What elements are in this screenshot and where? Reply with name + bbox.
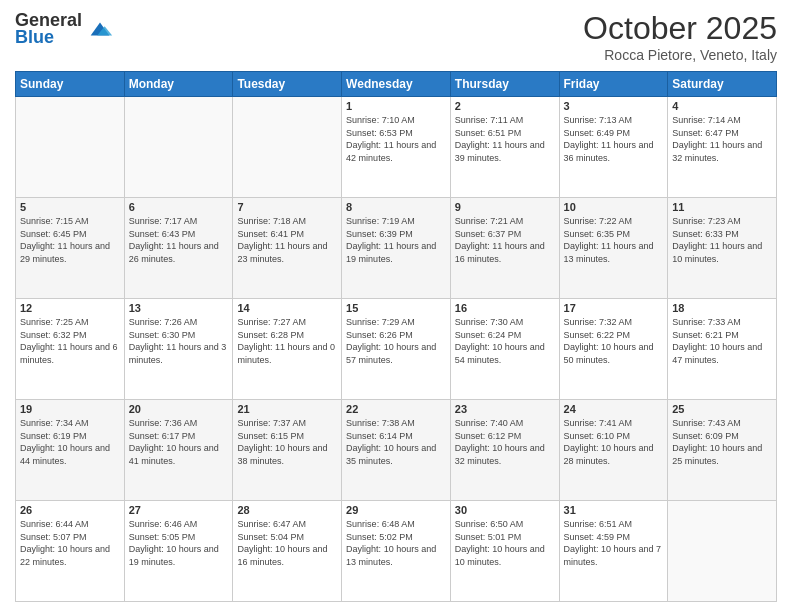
calendar-cell: 18Sunrise: 7:33 AMSunset: 6:21 PMDayligh…	[668, 299, 777, 400]
day-number: 9	[455, 201, 555, 213]
calendar-cell: 30Sunrise: 6:50 AMSunset: 5:01 PMDayligh…	[450, 501, 559, 602]
day-number: 23	[455, 403, 555, 415]
calendar-cell: 9Sunrise: 7:21 AMSunset: 6:37 PMDaylight…	[450, 198, 559, 299]
day-detail: Sunrise: 7:25 AMSunset: 6:32 PMDaylight:…	[20, 316, 120, 366]
calendar-cell: 29Sunrise: 6:48 AMSunset: 5:02 PMDayligh…	[342, 501, 451, 602]
header-monday: Monday	[124, 72, 233, 97]
calendar-cell: 12Sunrise: 7:25 AMSunset: 6:32 PMDayligh…	[16, 299, 125, 400]
day-number: 3	[564, 100, 664, 112]
calendar-cell: 14Sunrise: 7:27 AMSunset: 6:28 PMDayligh…	[233, 299, 342, 400]
day-detail: Sunrise: 7:38 AMSunset: 6:14 PMDaylight:…	[346, 417, 446, 467]
calendar-week-row: 5Sunrise: 7:15 AMSunset: 6:45 PMDaylight…	[16, 198, 777, 299]
day-number: 2	[455, 100, 555, 112]
calendar-cell: 25Sunrise: 7:43 AMSunset: 6:09 PMDayligh…	[668, 400, 777, 501]
day-number: 12	[20, 302, 120, 314]
day-number: 21	[237, 403, 337, 415]
day-number: 28	[237, 504, 337, 516]
day-number: 18	[672, 302, 772, 314]
day-number: 29	[346, 504, 446, 516]
day-detail: Sunrise: 7:36 AMSunset: 6:17 PMDaylight:…	[129, 417, 229, 467]
day-detail: Sunrise: 7:41 AMSunset: 6:10 PMDaylight:…	[564, 417, 664, 467]
day-number: 24	[564, 403, 664, 415]
day-detail: Sunrise: 7:37 AMSunset: 6:15 PMDaylight:…	[237, 417, 337, 467]
calendar-cell	[124, 97, 233, 198]
title-block: October 2025 Rocca Pietore, Veneto, Ital…	[583, 10, 777, 63]
header-tuesday: Tuesday	[233, 72, 342, 97]
calendar-cell: 20Sunrise: 7:36 AMSunset: 6:17 PMDayligh…	[124, 400, 233, 501]
day-number: 14	[237, 302, 337, 314]
day-detail: Sunrise: 7:40 AMSunset: 6:12 PMDaylight:…	[455, 417, 555, 467]
day-number: 17	[564, 302, 664, 314]
day-number: 26	[20, 504, 120, 516]
day-detail: Sunrise: 6:47 AMSunset: 5:04 PMDaylight:…	[237, 518, 337, 568]
day-number: 13	[129, 302, 229, 314]
day-detail: Sunrise: 7:14 AMSunset: 6:47 PMDaylight:…	[672, 114, 772, 164]
header-saturday: Saturday	[668, 72, 777, 97]
calendar-cell: 26Sunrise: 6:44 AMSunset: 5:07 PMDayligh…	[16, 501, 125, 602]
day-detail: Sunrise: 7:32 AMSunset: 6:22 PMDaylight:…	[564, 316, 664, 366]
calendar-cell: 28Sunrise: 6:47 AMSunset: 5:04 PMDayligh…	[233, 501, 342, 602]
day-detail: Sunrise: 6:51 AMSunset: 4:59 PMDaylight:…	[564, 518, 664, 568]
calendar-week-row: 26Sunrise: 6:44 AMSunset: 5:07 PMDayligh…	[16, 501, 777, 602]
calendar-cell: 2Sunrise: 7:11 AMSunset: 6:51 PMDaylight…	[450, 97, 559, 198]
calendar-cell: 8Sunrise: 7:19 AMSunset: 6:39 PMDaylight…	[342, 198, 451, 299]
calendar-header-row: Sunday Monday Tuesday Wednesday Thursday…	[16, 72, 777, 97]
day-detail: Sunrise: 7:23 AMSunset: 6:33 PMDaylight:…	[672, 215, 772, 265]
day-number: 7	[237, 201, 337, 213]
header-wednesday: Wednesday	[342, 72, 451, 97]
day-detail: Sunrise: 7:18 AMSunset: 6:41 PMDaylight:…	[237, 215, 337, 265]
calendar-cell: 15Sunrise: 7:29 AMSunset: 6:26 PMDayligh…	[342, 299, 451, 400]
day-detail: Sunrise: 6:48 AMSunset: 5:02 PMDaylight:…	[346, 518, 446, 568]
calendar-cell: 11Sunrise: 7:23 AMSunset: 6:33 PMDayligh…	[668, 198, 777, 299]
day-detail: Sunrise: 7:15 AMSunset: 6:45 PMDaylight:…	[20, 215, 120, 265]
calendar-cell: 5Sunrise: 7:15 AMSunset: 6:45 PMDaylight…	[16, 198, 125, 299]
calendar-cell: 17Sunrise: 7:32 AMSunset: 6:22 PMDayligh…	[559, 299, 668, 400]
day-detail: Sunrise: 7:21 AMSunset: 6:37 PMDaylight:…	[455, 215, 555, 265]
header-sunday: Sunday	[16, 72, 125, 97]
calendar-week-row: 19Sunrise: 7:34 AMSunset: 6:19 PMDayligh…	[16, 400, 777, 501]
calendar-week-row: 1Sunrise: 7:10 AMSunset: 6:53 PMDaylight…	[16, 97, 777, 198]
day-detail: Sunrise: 6:44 AMSunset: 5:07 PMDaylight:…	[20, 518, 120, 568]
calendar-cell: 23Sunrise: 7:40 AMSunset: 6:12 PMDayligh…	[450, 400, 559, 501]
day-detail: Sunrise: 6:46 AMSunset: 5:05 PMDaylight:…	[129, 518, 229, 568]
calendar-cell: 16Sunrise: 7:30 AMSunset: 6:24 PMDayligh…	[450, 299, 559, 400]
day-number: 22	[346, 403, 446, 415]
day-number: 19	[20, 403, 120, 415]
day-detail: Sunrise: 7:26 AMSunset: 6:30 PMDaylight:…	[129, 316, 229, 366]
day-number: 8	[346, 201, 446, 213]
calendar-cell: 4Sunrise: 7:14 AMSunset: 6:47 PMDaylight…	[668, 97, 777, 198]
day-number: 30	[455, 504, 555, 516]
day-detail: Sunrise: 7:19 AMSunset: 6:39 PMDaylight:…	[346, 215, 446, 265]
logo-icon	[86, 15, 114, 43]
calendar-week-row: 12Sunrise: 7:25 AMSunset: 6:32 PMDayligh…	[16, 299, 777, 400]
day-detail: Sunrise: 7:22 AMSunset: 6:35 PMDaylight:…	[564, 215, 664, 265]
calendar-cell	[668, 501, 777, 602]
day-number: 16	[455, 302, 555, 314]
day-number: 20	[129, 403, 229, 415]
location-subtitle: Rocca Pietore, Veneto, Italy	[583, 47, 777, 63]
calendar-cell	[233, 97, 342, 198]
header-thursday: Thursday	[450, 72, 559, 97]
day-number: 25	[672, 403, 772, 415]
calendar-cell: 1Sunrise: 7:10 AMSunset: 6:53 PMDaylight…	[342, 97, 451, 198]
day-number: 5	[20, 201, 120, 213]
calendar-table: Sunday Monday Tuesday Wednesday Thursday…	[15, 71, 777, 602]
calendar-cell: 22Sunrise: 7:38 AMSunset: 6:14 PMDayligh…	[342, 400, 451, 501]
day-detail: Sunrise: 7:27 AMSunset: 6:28 PMDaylight:…	[237, 316, 337, 366]
calendar-cell: 31Sunrise: 6:51 AMSunset: 4:59 PMDayligh…	[559, 501, 668, 602]
header-friday: Friday	[559, 72, 668, 97]
day-detail: Sunrise: 7:43 AMSunset: 6:09 PMDaylight:…	[672, 417, 772, 467]
day-detail: Sunrise: 7:29 AMSunset: 6:26 PMDaylight:…	[346, 316, 446, 366]
day-number: 10	[564, 201, 664, 213]
calendar-cell: 7Sunrise: 7:18 AMSunset: 6:41 PMDaylight…	[233, 198, 342, 299]
calendar-cell: 24Sunrise: 7:41 AMSunset: 6:10 PMDayligh…	[559, 400, 668, 501]
day-detail: Sunrise: 7:13 AMSunset: 6:49 PMDaylight:…	[564, 114, 664, 164]
day-number: 27	[129, 504, 229, 516]
calendar-cell: 19Sunrise: 7:34 AMSunset: 6:19 PMDayligh…	[16, 400, 125, 501]
page: General Blue October 2025 Rocca Pietore,…	[0, 0, 792, 612]
day-number: 15	[346, 302, 446, 314]
calendar-cell: 13Sunrise: 7:26 AMSunset: 6:30 PMDayligh…	[124, 299, 233, 400]
day-detail: Sunrise: 7:30 AMSunset: 6:24 PMDaylight:…	[455, 316, 555, 366]
day-number: 4	[672, 100, 772, 112]
day-detail: Sunrise: 7:33 AMSunset: 6:21 PMDaylight:…	[672, 316, 772, 366]
